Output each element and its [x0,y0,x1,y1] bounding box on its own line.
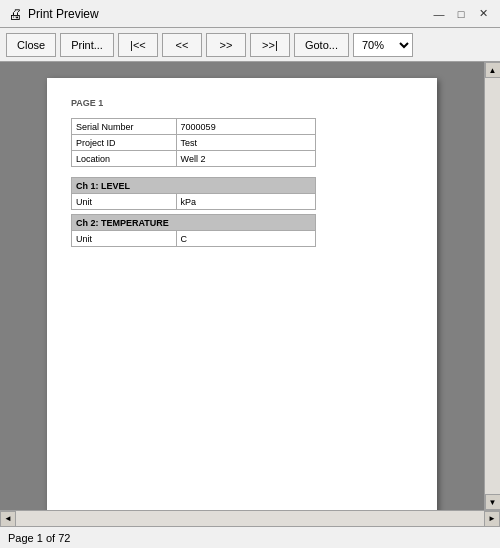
scroll-right-arrow[interactable]: ► [484,511,500,527]
close-button[interactable]: Close [6,33,56,57]
table-row: Project IDTest [72,135,316,151]
zoom-select[interactable]: 70% 50% 100% 150% [353,33,413,57]
channels-container: Ch 1: LEVELUnitkPaCh 2: TEMPERATUREUnitC [71,177,413,247]
status-bar: Page 1 of 72 [0,526,500,548]
scroll-left-arrow[interactable]: ◄ [0,511,16,527]
channel-header: Ch 1: LEVEL [72,178,316,194]
table-row: UnitkPa [72,194,316,210]
goto-button[interactable]: Goto... [294,33,349,57]
table-row: UnitC [72,231,316,247]
window-title: Print Preview [28,7,430,21]
title-bar: 🖨 Print Preview — □ ✕ [0,0,500,28]
scroll-down-arrow[interactable]: ▼ [485,494,501,510]
content-area: PAGE 1 Serial Number7000059Project IDTes… [0,62,500,510]
channel-table: Ch 1: LEVELUnitkPa [71,177,316,210]
minimize-button[interactable]: — [430,5,448,23]
table-row: LocationWell 2 [72,151,316,167]
bottom-scrollbar[interactable]: ◄ ► [0,510,500,526]
scroll-up-arrow[interactable]: ▲ [485,62,501,78]
print-button[interactable]: Print... [60,33,114,57]
next-page-button[interactable]: >> [206,33,246,57]
page-container[interactable]: PAGE 1 Serial Number7000059Project IDTes… [0,62,484,510]
row-value: kPa [176,194,315,210]
table-row: Serial Number7000059 [72,119,316,135]
scroll-track-bottom[interactable] [16,511,484,526]
toolbar: Close Print... |<< << >> >>| Goto... 70%… [0,28,500,62]
status-text: Page 1 of 72 [8,532,70,544]
channel-table: Ch 2: TEMPERATUREUnitC [71,214,316,247]
first-page-button[interactable]: |<< [118,33,158,57]
row-label: Serial Number [72,119,177,135]
row-label: Unit [72,194,177,210]
row-value: Well 2 [176,151,315,167]
row-value: C [176,231,315,247]
row-value: 7000059 [176,119,315,135]
maximize-button[interactable]: □ [452,5,470,23]
page-label: PAGE 1 [71,98,413,108]
page: PAGE 1 Serial Number7000059Project IDTes… [47,78,437,510]
row-label: Location [72,151,177,167]
close-window-button[interactable]: ✕ [474,5,492,23]
right-scrollbar[interactable]: ▲ ▼ [484,62,500,510]
window-controls: — □ ✕ [430,5,492,23]
prev-page-button[interactable]: << [162,33,202,57]
row-label: Project ID [72,135,177,151]
scroll-track-right[interactable] [485,78,500,494]
last-page-button[interactable]: >>| [250,33,290,57]
app-icon: 🖨 [8,6,22,22]
info-table: Serial Number7000059Project IDTestLocati… [71,118,316,167]
row-label: Unit [72,231,177,247]
row-value: Test [176,135,315,151]
channel-header: Ch 2: TEMPERATURE [72,215,316,231]
